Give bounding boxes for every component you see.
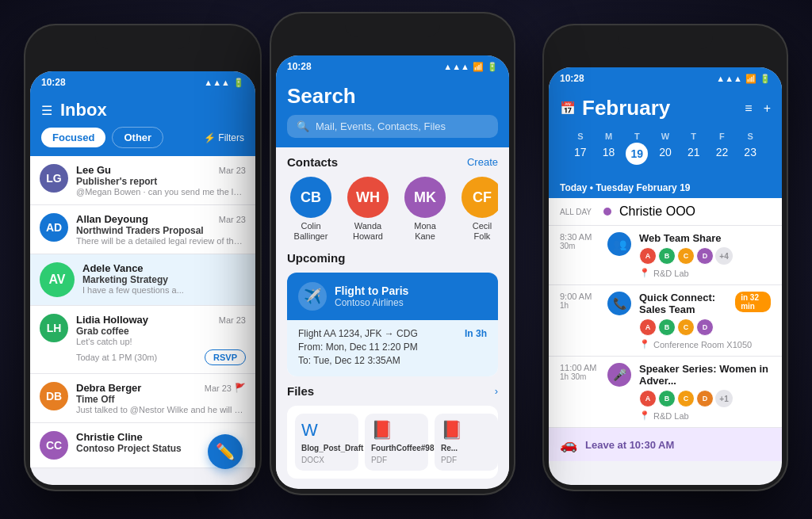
email-from: Adele Vance [82, 262, 246, 274]
email-subject: Northwind Traders Proposal [76, 225, 246, 236]
phone-calendar: 10:28 ▲▲▲ 📶 🔋 📅 February ≡ + S [542, 24, 788, 491]
event-details: Web Team Share A B C D +4 📍 R&D Lab [639, 232, 771, 278]
avatar: LG [40, 164, 68, 193]
speaker-icon: 🎤 [613, 368, 626, 381]
car-icon: 🚗 [560, 436, 577, 453]
email-item[interactable]: LH Lidia Holloway Mar 23 Grab coffee Let… [30, 306, 255, 374]
avatar: LH [40, 314, 68, 342]
file-type: DOCX [301, 456, 352, 464]
day-header-f: F [708, 130, 737, 143]
flight-to-row: To: Tue, Dec 12 3:35AM [298, 355, 487, 366]
cal-date-20[interactable]: 20 [651, 143, 680, 165]
event-avatars: A B C D +1 [639, 390, 771, 407]
email-from: Debra Berger [76, 382, 141, 394]
email-from: Allan Deyoung [76, 213, 148, 225]
menu-icon[interactable]: ☰ [41, 103, 52, 118]
search-bar[interactable]: 🔍 Mail, Events, Contacts, Files [287, 115, 498, 138]
battery-icon: 🔋 [233, 78, 244, 88]
other-tab[interactable]: Other [112, 127, 163, 148]
filter-row: Focused Other ⚡ Filters [41, 127, 244, 148]
focused-tab[interactable]: Focused [41, 128, 105, 147]
contact-item[interactable]: CF CecilFolk [458, 177, 498, 242]
rsvp-button[interactable]: RSVP [205, 349, 246, 365]
event-row[interactable]: 11:00 AM 1h 30m 🎤 Speaker Series: Women … [549, 357, 782, 428]
team-icon: 👥 [613, 238, 626, 250]
compose-button[interactable]: ✏️ [208, 434, 243, 469]
contact-item[interactable]: MK MonaKane [401, 177, 449, 242]
avatar: DB [40, 382, 68, 410]
cal-date-17[interactable]: 17 [566, 143, 595, 165]
flag-icon: 🚩 [235, 383, 246, 393]
file-item[interactable]: 📕 FourthCoffee#987 PDF [365, 414, 428, 471]
filters-button[interactable]: ⚡ Filters [204, 132, 244, 143]
cal-date-22[interactable]: 22 [708, 143, 737, 165]
inbox-header-row: ☰ Inbox [41, 100, 244, 120]
list-view-icon[interactable]: ≡ [745, 101, 752, 116]
more-badge: +4 [715, 247, 733, 265]
contact-item[interactable]: WH WandaHoward [344, 177, 392, 242]
signal-icon-right: ▲▲▲ [716, 74, 742, 83]
email-preview: I have a few questions a... [82, 285, 246, 295]
event-row[interactable]: 9:00 AM 1h 📞 Quick Connect: Sales Team i… [549, 285, 782, 357]
cal-date-18[interactable]: 18 [595, 143, 623, 165]
email-date: Mar 23 [219, 166, 246, 175]
meeting-time: Today at 1 PM (30m) [76, 353, 157, 362]
create-label[interactable]: Create [467, 156, 498, 168]
email-item[interactable]: AD Allan Deyoung Mar 23 Northwind Trader… [30, 205, 255, 254]
phone-notch-center [345, 20, 440, 37]
word-icon: W [301, 420, 352, 441]
battery-icon-right: 🔋 [760, 74, 771, 84]
email-date: Mar 23 [219, 315, 246, 325]
event-header: Quick Connect: Sales Team in 32 min [639, 292, 771, 319]
email-body: Adele Vance Marketing Strategy I have a … [82, 262, 246, 297]
email-meta: Allan Deyoung Mar 23 [76, 213, 246, 225]
flight-in: In 3h [465, 328, 487, 339]
file-item[interactable]: W Blog_Post_Draft DOCX [295, 414, 358, 471]
contacts-label: Contacts [287, 155, 338, 169]
avatar: B [658, 390, 676, 407]
wifi-icon: ▲▲▲ [204, 78, 230, 87]
email-item[interactable]: LG Lee Gu Mar 23 Publisher's report @Meg… [30, 156, 255, 205]
email-subject: Marketing Strategy [82, 274, 246, 285]
cal-date-23[interactable]: 23 [736, 143, 764, 165]
event-icon-circle: 👥 [607, 232, 631, 256]
flight-card[interactable]: ✈️ Flight to Paris Contoso Airlines [287, 273, 498, 320]
today-banner: Today • Tuesday February 19 [549, 177, 782, 198]
day-header-s1: S [566, 130, 595, 143]
calendar-controls: ≡ + [745, 101, 771, 116]
event-dot [603, 208, 611, 216]
search-icon: 🔍 [297, 120, 309, 132]
wifi-icon-right: 📶 [745, 74, 756, 84]
add-event-icon[interactable]: + [764, 101, 771, 116]
in-progress-badge: in 32 min [735, 292, 771, 312]
status-bar-center: 10:28 ▲▲▲ 📶 🔋 [276, 55, 509, 78]
location-icon: 📍 [639, 268, 650, 278]
file-item[interactable]: 📕 Re... PDF [435, 414, 498, 471]
email-item[interactable]: DB Debra Berger Mar 23 🚩 Time Off Just t… [30, 374, 255, 423]
day-header-w: W [651, 130, 680, 143]
cal-date-21[interactable]: 21 [680, 143, 708, 165]
contact-avatar: CB [290, 177, 331, 218]
all-day-event[interactable]: ALL DAY Christie OOO [549, 198, 782, 226]
event-duration: 30m [560, 242, 599, 250]
search-title: Search [287, 84, 498, 109]
cal-date-19-selected[interactable]: 19 [626, 143, 648, 165]
avatar: B [658, 319, 676, 336]
email-preview: @Megan Bowen · can you send me the lates… [76, 187, 246, 197]
email-from: Lee Gu [76, 164, 111, 176]
all-day-event-name: Christie OOO [619, 204, 695, 219]
avatar: A [639, 319, 657, 336]
event-row[interactable]: 8:30 AM 30m 👥 Web Team Share A B C D +4 [549, 226, 782, 285]
event-location: 📍 R&D Lab [639, 268, 771, 278]
files-label: Files [287, 384, 314, 398]
email-item-highlighted[interactable]: AV Adele Vance Marketing Strategy I have… [30, 254, 255, 306]
phone-icon: 📞 [613, 297, 626, 310]
avatar: C [677, 319, 695, 336]
files-more[interactable]: › [495, 385, 498, 397]
location-icon: 📍 [639, 339, 650, 349]
flight-name: Flight to Paris [335, 284, 408, 297]
event-time-col: 8:30 AM 30m [560, 232, 599, 250]
file-name: Re... [441, 444, 492, 452]
contact-item[interactable]: CB ColinBallinger [287, 177, 335, 242]
event-avatars: A B C D [639, 319, 771, 336]
